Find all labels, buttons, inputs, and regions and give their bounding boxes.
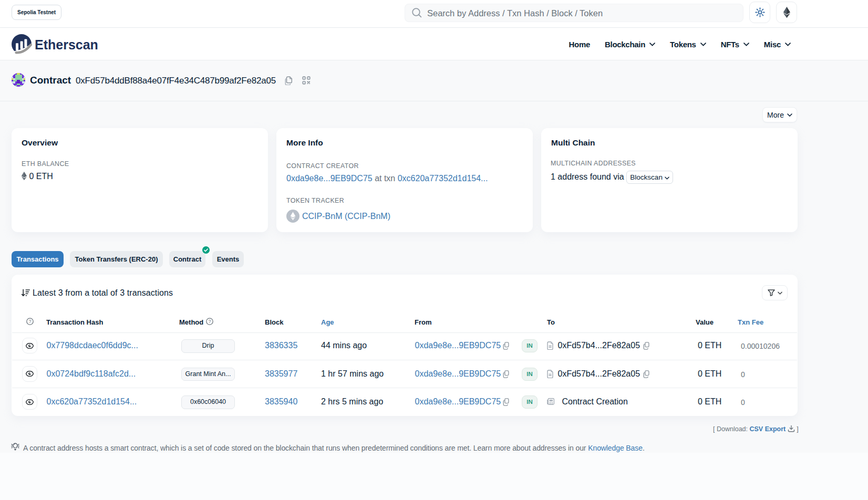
svg-text:?: ? [208, 319, 211, 324]
svg-text:?: ? [28, 319, 31, 324]
